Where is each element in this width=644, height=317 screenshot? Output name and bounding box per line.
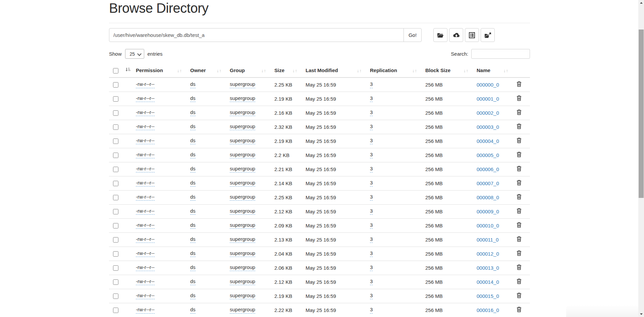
go-button[interactable]: Go! xyxy=(404,28,422,42)
group-value[interactable]: supergroup xyxy=(230,194,255,201)
replication-value[interactable]: 3 xyxy=(370,208,373,215)
permission-value[interactable]: -rw-r--r-- xyxy=(136,264,155,271)
sorted-column-header[interactable] xyxy=(125,63,136,77)
replication-value[interactable]: 3 xyxy=(370,152,373,159)
move-files-button[interactable] xyxy=(481,28,495,42)
delete-file-button[interactable] xyxy=(517,208,522,214)
file-name-link[interactable]: 000005_0 xyxy=(477,152,499,158)
permission-value[interactable]: -rw-r--r-- xyxy=(136,109,155,116)
permission-value[interactable]: -rw-r--r-- xyxy=(136,81,155,88)
row-checkbox[interactable] xyxy=(113,308,118,313)
permission-value[interactable]: -rw-r--r-- xyxy=(136,152,155,159)
owner-value[interactable]: ds xyxy=(190,208,196,215)
upload-files-button[interactable] xyxy=(449,28,463,42)
scrollbar-thumb[interactable] xyxy=(639,30,644,198)
replication-value[interactable]: 3 xyxy=(370,236,373,243)
owner-value[interactable]: ds xyxy=(190,307,196,314)
delete-file-button[interactable] xyxy=(517,307,522,312)
file-name-link[interactable]: 000000_0 xyxy=(477,82,499,88)
row-checkbox[interactable] xyxy=(113,153,118,158)
file-name-link[interactable]: 000006_0 xyxy=(477,166,499,172)
group-value[interactable]: supergroup xyxy=(230,250,255,257)
delete-file-button[interactable] xyxy=(517,293,522,298)
group-value[interactable]: supergroup xyxy=(230,123,255,130)
owner-value[interactable]: ds xyxy=(190,222,196,229)
delete-file-button[interactable] xyxy=(517,166,522,171)
owner-value[interactable]: ds xyxy=(190,194,196,201)
delete-file-button[interactable] xyxy=(517,236,522,242)
file-name-link[interactable]: 000010_0 xyxy=(477,223,499,228)
replication-value[interactable]: 3 xyxy=(370,278,373,285)
column-header-replication[interactable]: Replication ↓↑ xyxy=(370,63,425,77)
replication-value[interactable]: 3 xyxy=(370,81,373,88)
permission-value[interactable]: -rw-r--r-- xyxy=(136,236,155,243)
row-checkbox[interactable] xyxy=(113,139,118,144)
column-header-size[interactable]: Size ↓↑ xyxy=(274,63,306,77)
scrollbar-up-arrow[interactable] xyxy=(638,0,644,6)
column-header-owner[interactable]: Owner ↓↑ xyxy=(190,63,230,77)
row-checkbox[interactable] xyxy=(113,110,118,116)
group-value[interactable]: supergroup xyxy=(230,95,255,102)
permission-value[interactable]: -rw-r--r-- xyxy=(136,95,155,102)
permission-value[interactable]: -rw-r--r-- xyxy=(136,138,155,145)
group-value[interactable]: supergroup xyxy=(230,264,255,271)
owner-value[interactable]: ds xyxy=(190,138,196,145)
delete-file-button[interactable] xyxy=(517,250,522,256)
replication-value[interactable]: 3 xyxy=(370,264,373,271)
group-value[interactable]: supergroup xyxy=(230,109,255,116)
row-checkbox[interactable] xyxy=(113,279,118,285)
owner-value[interactable]: ds xyxy=(190,236,196,243)
replication-value[interactable]: 3 xyxy=(370,293,373,300)
group-value[interactable]: supergroup xyxy=(230,307,255,314)
row-checkbox[interactable] xyxy=(113,251,118,257)
replication-value[interactable]: 3 xyxy=(370,123,373,130)
delete-file-button[interactable] xyxy=(517,81,522,87)
column-header-group[interactable]: Group ↓↑ xyxy=(230,63,274,77)
replication-value[interactable]: 3 xyxy=(370,194,373,201)
delete-file-button[interactable] xyxy=(517,264,522,270)
group-value[interactable]: supergroup xyxy=(230,222,255,229)
replication-value[interactable]: 3 xyxy=(370,138,373,145)
group-value[interactable]: supergroup xyxy=(230,152,255,159)
delete-file-button[interactable] xyxy=(517,109,522,115)
search-input[interactable] xyxy=(471,49,530,59)
replication-value[interactable]: 3 xyxy=(370,180,373,187)
file-name-link[interactable]: 000004_0 xyxy=(477,138,499,144)
set-quota-button[interactable] xyxy=(465,28,479,42)
column-header-last-modified[interactable]: Last Modified ↓↑ xyxy=(306,63,370,77)
permission-value[interactable]: -rw-r--r-- xyxy=(136,307,155,314)
file-name-link[interactable]: 000012_0 xyxy=(477,251,499,257)
file-name-link[interactable]: 000011_0 xyxy=(477,237,499,243)
replication-value[interactable]: 3 xyxy=(370,109,373,116)
delete-file-button[interactable] xyxy=(517,95,522,101)
row-checkbox[interactable] xyxy=(113,96,118,102)
row-checkbox[interactable] xyxy=(113,237,118,243)
row-checkbox[interactable] xyxy=(113,181,118,186)
file-name-link[interactable]: 000008_0 xyxy=(477,195,499,200)
file-name-link[interactable]: 000001_0 xyxy=(477,96,499,102)
delete-file-button[interactable] xyxy=(517,152,522,157)
column-header-permission[interactable]: Permission ↓↑ xyxy=(136,63,190,77)
owner-value[interactable]: ds xyxy=(190,180,196,187)
owner-value[interactable]: ds xyxy=(190,293,196,300)
replication-value[interactable]: 3 xyxy=(370,222,373,229)
owner-value[interactable]: ds xyxy=(190,264,196,271)
delete-file-button[interactable] xyxy=(517,180,522,186)
file-name-link[interactable]: 000016_0 xyxy=(477,307,499,313)
file-name-link[interactable]: 000007_0 xyxy=(477,180,499,186)
delete-file-button[interactable] xyxy=(517,138,522,143)
row-checkbox[interactable] xyxy=(113,195,118,200)
file-name-link[interactable]: 000002_0 xyxy=(477,110,499,116)
group-value[interactable]: supergroup xyxy=(230,208,255,215)
owner-value[interactable]: ds xyxy=(190,152,196,159)
permission-value[interactable]: -rw-r--r-- xyxy=(136,293,155,300)
permission-value[interactable]: -rw-r--r-- xyxy=(136,194,155,201)
row-checkbox[interactable] xyxy=(113,167,118,172)
delete-file-button[interactable] xyxy=(517,278,522,284)
row-checkbox[interactable] xyxy=(113,294,118,299)
column-header-name[interactable]: Name ↓↑ xyxy=(477,63,517,77)
permission-value[interactable]: -rw-r--r-- xyxy=(136,278,155,285)
replication-value[interactable]: 3 xyxy=(370,166,373,173)
group-value[interactable]: supergroup xyxy=(230,138,255,145)
replication-value[interactable]: 3 xyxy=(370,95,373,102)
